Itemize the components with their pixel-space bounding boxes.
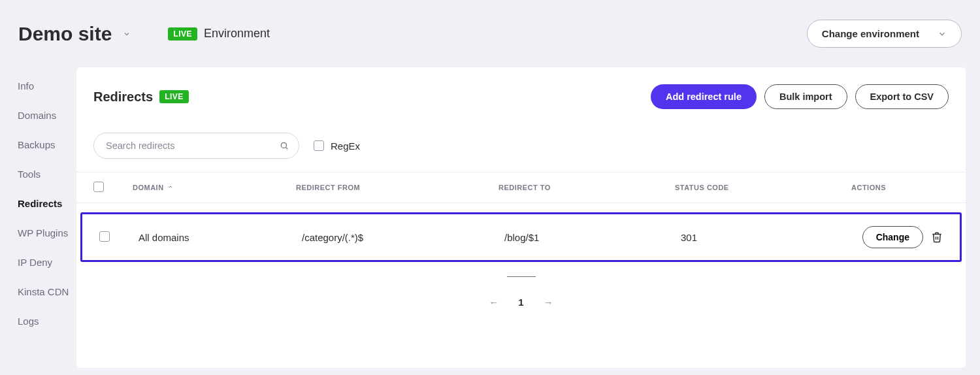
site-title-text: Demo site [18,23,112,45]
th-domain[interactable]: Domain [133,184,296,191]
site-title: Demo site [18,23,131,45]
regex-label: RegEx [331,140,360,152]
th-label: Redirect to [498,184,551,191]
sidebar-item-label: Logs [18,316,39,327]
th-label: Domain [133,184,164,191]
main-panel: Redirects LIVE Add redirect rule Bulk im… [76,67,966,368]
table-header: Domain Redirect from Redirect to Status … [76,172,966,203]
change-environment-label: Change environment [822,28,919,39]
environment-label: Environment [204,27,270,41]
row-checkbox[interactable] [99,231,110,242]
regex-checkbox[interactable] [314,140,324,151]
panel-title-text: Redirects [93,90,153,105]
th-status-code[interactable]: Status code [675,184,851,191]
sidebar-item-redirects[interactable]: Redirects [18,198,76,209]
sidebar-item-kinsta-cdn[interactable]: Kinsta CDN [18,286,76,297]
svg-point-0 [281,142,286,148]
panel-actions: Add redirect rule Bulk import Export to … [651,84,949,109]
filter-row: RegEx [76,121,966,172]
bulk-import-button[interactable]: Bulk import [764,84,847,109]
cell-redirect-to: /blog/$1 [504,232,681,243]
chevron-down-icon [938,29,947,39]
live-badge: LIVE [168,27,197,41]
th-label: Actions [851,184,886,191]
live-badge: LIVE [159,90,189,103]
panel-header: Redirects LIVE Add redirect rule Bulk im… [76,67,966,121]
sidebar-item-info[interactable]: Info [18,80,76,91]
sidebar-item-label: Info [18,80,34,91]
th-redirect-to[interactable]: Redirect to [498,184,675,191]
change-button[interactable]: Change [862,226,923,248]
th-redirect-from[interactable]: Redirect from [296,184,498,191]
pagination: ← 1 → [76,276,966,314]
environment-group: LIVE Environment [168,27,270,41]
th-actions: Actions [851,184,949,191]
top-bar: Demo site LIVE Environment Change enviro… [0,0,980,67]
cell-actions: Change [857,226,943,248]
sidebar-item-ip-deny[interactable]: IP Deny [18,257,76,268]
th-label: Status code [675,184,729,191]
sidebar-item-logs[interactable]: Logs [18,316,76,327]
sidebar-item-wp-plugins[interactable]: WP Plugins [18,227,76,238]
sidebar-item-backups[interactable]: Backups [18,139,76,150]
pager-divider [507,276,536,277]
trash-icon[interactable] [931,231,943,243]
cell-domain: All domains [139,232,302,243]
search-wrap [93,133,299,159]
sidebar-item-domains[interactable]: Domains [18,110,76,121]
table-row: All domains /category/(.*)$ /blog/$1 301… [80,212,962,262]
sort-arrow-up-icon [168,184,173,191]
sidebar: Info Domains Backups Tools Redirects WP … [0,67,76,327]
sidebar-item-label: Kinsta CDN [18,286,69,297]
chevron-down-icon[interactable] [122,29,131,39]
sidebar-item-label: WP Plugins [18,227,68,238]
sidebar-item-label: IP Deny [18,257,52,268]
prev-page-arrow[interactable]: ← [489,297,498,308]
search-icon[interactable] [280,141,289,150]
th-label: Redirect from [296,184,360,191]
panel-title: Redirects LIVE [93,90,189,105]
button-label: Change [876,232,909,242]
sidebar-item-tools[interactable]: Tools [18,169,76,180]
sidebar-item-label: Tools [18,169,41,180]
regex-checkbox-wrap[interactable]: RegEx [314,140,360,152]
sidebar-item-label: Backups [18,139,56,150]
select-all-checkbox[interactable] [93,182,104,192]
change-environment-button[interactable]: Change environment [807,20,962,48]
svg-line-1 [286,148,288,150]
row-select-cell [99,231,139,244]
current-page: 1 [518,297,523,308]
sidebar-item-label: Domains [18,110,56,121]
button-label: Add redirect rule [666,91,742,102]
button-label: Export to CSV [870,91,934,102]
redirects-table: Domain Redirect from Redirect to Status … [76,172,966,262]
export-csv-button[interactable]: Export to CSV [855,84,949,109]
cell-redirect-from: /category/(.*)$ [302,232,504,243]
search-input[interactable] [93,133,299,159]
add-redirect-button[interactable]: Add redirect rule [651,84,757,109]
button-label: Bulk import [779,91,832,102]
sidebar-item-label: Redirects [18,198,62,209]
next-page-arrow[interactable]: → [544,297,553,308]
cell-status-code: 301 [681,232,857,243]
select-all-cell [93,182,133,193]
